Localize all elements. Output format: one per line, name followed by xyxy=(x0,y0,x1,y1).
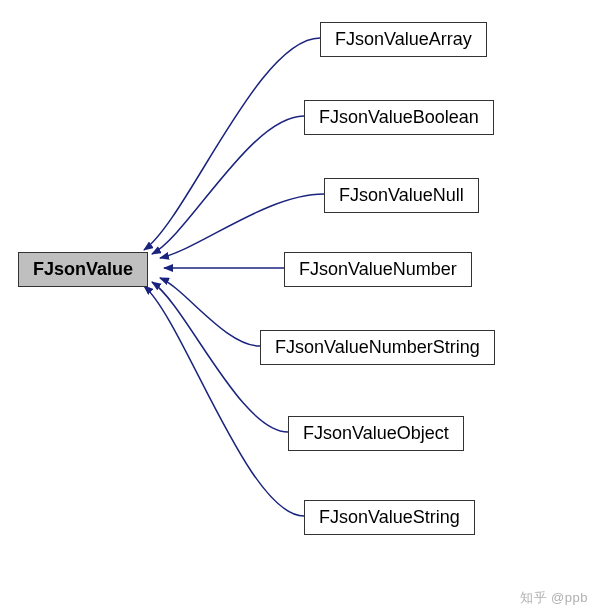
node-fjsonvaluearray: FJsonValueArray xyxy=(320,22,487,57)
node-fjsonvaluestring: FJsonValueString xyxy=(304,500,475,535)
node-fjsonvalue: FJsonValue xyxy=(18,252,148,287)
inheritance-arrows xyxy=(0,0,600,613)
node-fjsonvalueboolean: FJsonValueBoolean xyxy=(304,100,494,135)
node-fjsonvaluenull: FJsonValueNull xyxy=(324,178,479,213)
node-fjsonvaluenumber: FJsonValueNumber xyxy=(284,252,472,287)
node-fjsonvalueobject: FJsonValueObject xyxy=(288,416,464,451)
watermark-text: 知乎 @ppb xyxy=(520,589,588,607)
node-fjsonvaluenumberstring: FJsonValueNumberString xyxy=(260,330,495,365)
